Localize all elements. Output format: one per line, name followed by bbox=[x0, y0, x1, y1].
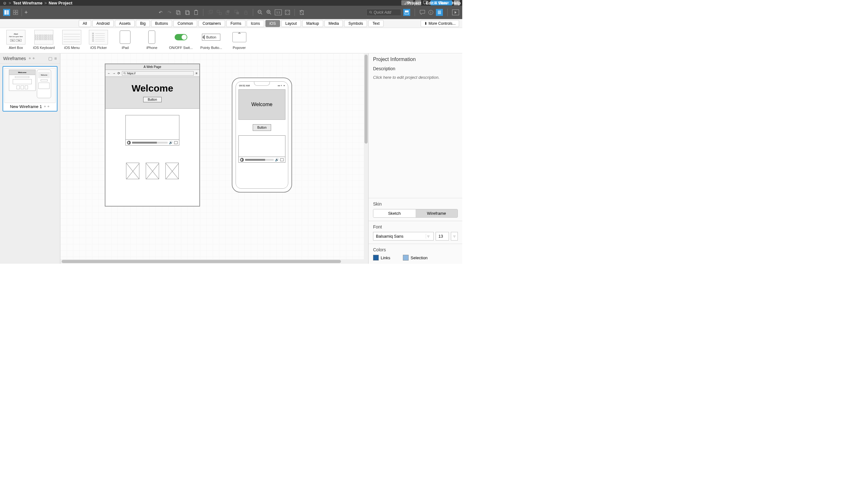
trash-icon[interactable] bbox=[299, 9, 305, 16]
undo-icon[interactable]: ↶ bbox=[158, 9, 164, 16]
svg-rect-16 bbox=[217, 10, 219, 12]
menu-icon: ≡ bbox=[196, 71, 197, 75]
smiley-icon[interactable]: ☺ bbox=[2, 1, 7, 5]
menu-project[interactable]: Project bbox=[407, 1, 421, 5]
ungroup-icon[interactable] bbox=[216, 9, 223, 16]
browser-mockup[interactable]: A Web Page ← → ⟳ https:// ≡ Welcome Butt… bbox=[105, 64, 200, 206]
skin-wireframe-option[interactable]: Wireframe bbox=[415, 209, 458, 217]
info-icon[interactable]: i bbox=[428, 9, 434, 16]
font-size-select[interactable]: 13 bbox=[436, 232, 449, 240]
zoom-in-icon[interactable] bbox=[266, 9, 272, 16]
svg-rect-4 bbox=[13, 10, 15, 12]
expand-icon[interactable]: ▢ bbox=[48, 56, 52, 61]
category-bar: AllAndroidAssetsBigButtonsCommonContaine… bbox=[0, 19, 462, 28]
properties-toggle[interactable] bbox=[436, 9, 443, 16]
font-size-dropdown[interactable]: ▿ bbox=[451, 232, 458, 240]
component-popover[interactable]: Popover bbox=[230, 30, 249, 50]
quick-add-input[interactable]: Quick Add bbox=[366, 9, 401, 16]
component-on-off-swit-[interactable]: ON/OFF Swit... bbox=[169, 30, 193, 50]
library-toggle[interactable] bbox=[403, 9, 410, 16]
category-tab-containers[interactable]: Containers bbox=[198, 20, 225, 27]
add-icon[interactable]: + bbox=[24, 9, 28, 16]
tree-icon[interactable]: ⚬⚬ bbox=[28, 56, 36, 61]
svg-rect-3 bbox=[6, 10, 9, 15]
category-tab-big[interactable]: Big bbox=[136, 20, 149, 27]
group-icon[interactable] bbox=[207, 9, 214, 16]
category-tab-markup[interactable]: Markup bbox=[302, 20, 323, 27]
chevron-down-icon: ▿ bbox=[426, 234, 431, 239]
bring-front-icon[interactable] bbox=[225, 9, 231, 16]
thumb-tree-icon[interactable]: ⚬⚬ bbox=[43, 104, 50, 109]
image-placeholder[interactable] bbox=[165, 163, 179, 179]
category-tab-symbols[interactable]: Symbols bbox=[344, 20, 367, 27]
phone-mockup[interactable]: 09:52 AM ••• ᯤ ▮ Welcome Button 🔊 bbox=[232, 78, 292, 192]
component-pointy-butto-[interactable]: ButtonPointy Butto... bbox=[200, 30, 222, 50]
vertical-scrollbar[interactable] bbox=[364, 53, 368, 264]
media-player[interactable]: 🔊 bbox=[125, 115, 179, 146]
volume-icon: 🔊 bbox=[275, 158, 279, 161]
font-label: Font bbox=[373, 224, 458, 229]
menu-view[interactable]: View bbox=[438, 1, 447, 5]
svg-line-34 bbox=[300, 11, 304, 15]
play-icon[interactable] bbox=[452, 10, 459, 15]
skin-segmented-control: Sketch Wireframe bbox=[373, 209, 458, 218]
breadcrumb-page[interactable]: New Project bbox=[49, 1, 72, 5]
zoom-actual-icon[interactable]: 1:1 bbox=[275, 10, 282, 15]
image-placeholder[interactable] bbox=[126, 163, 139, 179]
menu-edit[interactable]: Edit bbox=[426, 1, 434, 5]
category-tab-common[interactable]: Common bbox=[173, 20, 197, 27]
component-ios-keyboard[interactable]: iOS Keyboard bbox=[33, 30, 55, 50]
svg-rect-17 bbox=[219, 12, 222, 15]
svg-rect-6 bbox=[13, 13, 15, 15]
component-ios-picker[interactable]: iOS Picker bbox=[89, 30, 108, 50]
category-tab-buttons[interactable]: Buttons bbox=[151, 20, 172, 27]
redo-icon[interactable]: ↷ bbox=[166, 9, 173, 16]
category-tab-ios[interactable]: iOS bbox=[265, 20, 280, 27]
breadcrumb-project[interactable]: Test Wireframe bbox=[13, 1, 42, 5]
play-icon bbox=[240, 158, 244, 162]
category-tab-assets[interactable]: Assets bbox=[115, 20, 135, 27]
wireframe-thumbnail[interactable]: Welcome Welcome New Wireframe 1 ⚬⚬ bbox=[2, 66, 57, 112]
zoom-out-icon[interactable] bbox=[257, 9, 264, 16]
image-placeholder[interactable] bbox=[146, 163, 159, 179]
phone-media-player[interactable]: 🔊 bbox=[238, 135, 285, 163]
single-view-toggle[interactable] bbox=[3, 9, 10, 16]
list-icon[interactable]: ≡ bbox=[54, 56, 57, 61]
links-color-swatch[interactable] bbox=[373, 255, 379, 260]
font-select[interactable]: Balsamiq Sans ▿ bbox=[373, 232, 434, 240]
category-tab-android[interactable]: Android bbox=[92, 20, 114, 27]
paste-icon[interactable] bbox=[184, 9, 191, 16]
skin-sketch-option[interactable]: Sketch bbox=[373, 209, 415, 217]
phone-button[interactable]: Button bbox=[253, 124, 271, 131]
category-tab-all[interactable]: All bbox=[79, 20, 91, 27]
category-tab-icons[interactable]: Icons bbox=[247, 20, 264, 27]
category-tab-layout[interactable]: Layout bbox=[281, 20, 301, 27]
grid-view-toggle[interactable] bbox=[12, 9, 19, 16]
description-field[interactable]: Click here to edit project description. bbox=[369, 72, 462, 82]
component-alert-box[interactable]: AlertAlert text goes hereNoYesAlert Box bbox=[6, 30, 25, 50]
url-field: https:// bbox=[122, 71, 194, 75]
comments-icon[interactable] bbox=[420, 9, 426, 16]
canvas[interactable]: A Web Page ← → ⟳ https:// ≡ Welcome Butt… bbox=[60, 53, 368, 264]
clipboard-icon[interactable] bbox=[193, 9, 199, 16]
zoom-fit-icon[interactable] bbox=[284, 9, 291, 16]
skin-label: Skin bbox=[373, 201, 458, 206]
menu-help[interactable]: Help bbox=[452, 1, 461, 5]
selection-color-swatch[interactable] bbox=[403, 255, 409, 260]
browser-heading: Welcome bbox=[131, 83, 173, 94]
component-iphone[interactable]: iPhone bbox=[142, 30, 161, 50]
horizontal-scrollbar[interactable] bbox=[60, 259, 364, 264]
copy-icon[interactable] bbox=[175, 9, 182, 16]
category-tab-media[interactable]: Media bbox=[324, 20, 343, 27]
component-ios-menu[interactable]: iOS Menu bbox=[62, 30, 81, 50]
more-controls-button[interactable]: ⬇ More Controls... bbox=[421, 20, 459, 27]
fullscreen-icon bbox=[174, 141, 178, 144]
browser-button[interactable]: Button bbox=[143, 97, 162, 102]
component-ipad[interactable]: iPad bbox=[116, 30, 135, 50]
category-tab-forms[interactable]: Forms bbox=[226, 20, 245, 27]
send-back-icon[interactable] bbox=[234, 9, 240, 16]
svg-rect-7 bbox=[16, 13, 18, 15]
category-tab-text[interactable]: Text bbox=[368, 20, 384, 27]
phone-time: 09:52 AM bbox=[239, 84, 250, 87]
lock-icon[interactable] bbox=[243, 9, 249, 16]
